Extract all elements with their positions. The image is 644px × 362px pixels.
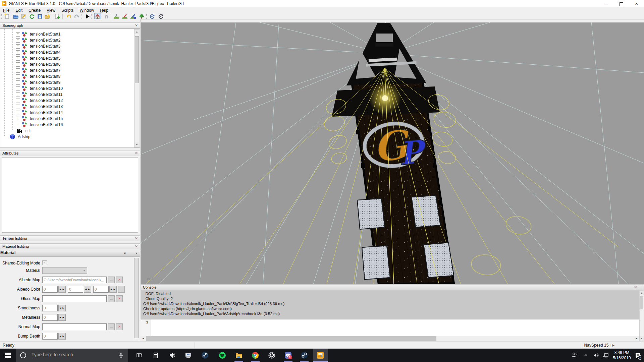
tree-node-tensionbeltstart8[interactable]: + tensionBeltStart8 bbox=[0, 73, 140, 79]
smoothness-input[interactable] bbox=[42, 305, 58, 311]
menu-scripts[interactable]: Scripts bbox=[58, 7, 77, 13]
browse-button[interactable]: ... bbox=[108, 323, 115, 330]
tree-node-tensionbeltstart5[interactable]: + tensionBeltStart5 bbox=[0, 55, 140, 61]
horizontal-scrollbar[interactable]: ◀ ▶ bbox=[141, 336, 639, 341]
console-vertical-scrollbar[interactable]: ▲ ▼ bbox=[639, 290, 644, 341]
scroll-thumb[interactable] bbox=[640, 296, 643, 309]
attributes-header[interactable]: Attributes ✕ bbox=[0, 150, 140, 156]
minimize-button[interactable]: — bbox=[599, 0, 614, 7]
normal-map-input[interactable] bbox=[42, 323, 107, 330]
filter-icon[interactable]: ▼ bbox=[123, 252, 126, 255]
clear-map-button[interactable]: ✕ bbox=[116, 295, 123, 302]
material-dropdown[interactable]: ▼ bbox=[42, 267, 87, 274]
metalness-input[interactable] bbox=[42, 314, 58, 321]
new-file-icon[interactable] bbox=[4, 13, 10, 19]
frame-home-icon[interactable] bbox=[95, 13, 101, 19]
expand-icon[interactable]: + bbox=[16, 93, 20, 97]
tree-node-tensionbeltstart13[interactable]: + tensionBeltStart13 bbox=[0, 104, 140, 110]
scroll-thumb[interactable] bbox=[135, 258, 139, 338]
scroll-up-icon[interactable]: ▲ bbox=[640, 291, 644, 295]
search-input[interactable] bbox=[31, 352, 109, 358]
terrain-paint-icon[interactable] bbox=[122, 13, 128, 19]
steam-icon[interactable] bbox=[300, 351, 308, 359]
taskbar-search[interactable] bbox=[16, 349, 128, 362]
scroll-right-icon[interactable]: ▶ bbox=[634, 336, 639, 341]
expand-icon[interactable]: + bbox=[16, 50, 20, 55]
gloss-map-input[interactable] bbox=[42, 295, 107, 302]
close-icon[interactable]: ✕ bbox=[135, 23, 138, 27]
menu-window[interactable]: Window bbox=[77, 7, 97, 13]
terrain-info-icon[interactable]: i bbox=[130, 13, 136, 19]
action-center-icon[interactable]: 4 bbox=[634, 352, 642, 360]
speaker-app-icon[interactable] bbox=[168, 351, 176, 359]
expand-icon[interactable]: + bbox=[16, 74, 20, 79]
tree-node-tensionbeltstart1[interactable]: + tensionBeltStart1 bbox=[0, 31, 140, 37]
import-add-icon[interactable] bbox=[54, 13, 60, 19]
expand-icon[interactable]: + bbox=[16, 44, 20, 49]
reload-scripts-icon[interactable] bbox=[149, 13, 155, 19]
material-editing-header[interactable]: Material Editing ✕ bbox=[0, 243, 140, 249]
material-section-bar[interactable]: Material ▼ ▲ bbox=[0, 250, 140, 257]
expand-icon[interactable]: + bbox=[16, 32, 20, 37]
reload-icon[interactable] bbox=[29, 13, 35, 19]
tree-node-tensionbeltstart15[interactable]: + tensionBeltStart15 bbox=[0, 116, 140, 122]
tree-node-tensionbeltstart6[interactable]: + tensionBeltStart6 bbox=[0, 61, 140, 67]
console-header[interactable]: Console ✕ bbox=[141, 284, 644, 290]
tree-node-tensionbeltstart9[interactable]: + tensionBeltStart9 bbox=[0, 79, 140, 85]
menu-view[interactable]: View bbox=[44, 7, 58, 13]
network-tray-icon[interactable] bbox=[602, 352, 610, 359]
color-picker-button[interactable]: ... bbox=[118, 286, 125, 293]
save-icon[interactable] bbox=[37, 13, 43, 19]
taskbar-clock[interactable]: 8:49 PM 5/16/2019 bbox=[611, 350, 633, 361]
shared-editing-checkbox[interactable]: ✓ bbox=[42, 260, 47, 265]
tree-node-edit-camera[interactable]: edit bbox=[0, 128, 140, 134]
calculator-icon[interactable] bbox=[152, 351, 160, 359]
expand-icon[interactable]: + bbox=[16, 38, 20, 43]
av-monitor-app-icon[interactable] bbox=[184, 351, 193, 359]
scroll-thumb[interactable] bbox=[146, 336, 436, 341]
expand-icon[interactable]: + bbox=[16, 56, 20, 61]
script-editor[interactable]: 1 bbox=[141, 319, 639, 336]
scroll-down-icon[interactable]: ▼ bbox=[135, 142, 139, 147]
scroll-up-icon[interactable]: ▲ bbox=[135, 29, 139, 34]
export-icon[interactable] bbox=[44, 13, 50, 19]
task-view-icon[interactable] bbox=[135, 351, 143, 359]
maximize-button[interactable] bbox=[614, 0, 629, 7]
browse-button[interactable]: ... bbox=[108, 295, 115, 302]
file-explorer-icon[interactable] bbox=[235, 351, 243, 359]
spinner-control[interactable]: ◀ ▶ bbox=[58, 314, 66, 321]
giants-editor-taskbar-icon[interactable] bbox=[316, 351, 324, 359]
tree-node-tensionbeltstart16[interactable]: + tensionBeltStart16 bbox=[0, 122, 140, 128]
foliage-tree-icon[interactable] bbox=[139, 13, 145, 19]
expand-icon[interactable]: + bbox=[16, 62, 20, 67]
menu-file[interactable]: File bbox=[0, 7, 12, 13]
close-icon[interactable]: ✕ bbox=[634, 285, 637, 289]
play-icon[interactable] bbox=[85, 13, 91, 19]
expand-icon[interactable]: + bbox=[16, 68, 20, 73]
close-icon[interactable]: ✕ bbox=[135, 244, 138, 248]
tree-node-tensionbeltstart10[interactable]: + tensionBeltStart10 bbox=[0, 85, 140, 92]
tree-node-tensionbeltstart2[interactable]: + tensionBeltStart2 bbox=[0, 37, 140, 43]
reload-shaders-icon[interactable] bbox=[158, 13, 164, 19]
volume-tray-icon[interactable] bbox=[592, 352, 600, 359]
undo-icon[interactable] bbox=[66, 13, 72, 19]
scroll-left-icon[interactable]: ◀ bbox=[141, 336, 146, 341]
tree-node-adstrip[interactable]: Adstrip bbox=[0, 134, 140, 140]
scroll-thumb[interactable] bbox=[135, 36, 139, 83]
scenegraph-tree[interactable]: + tensionBeltStart1 + tensionBeltStart2 … bbox=[0, 28, 140, 148]
steam-chat-icon[interactable] bbox=[201, 351, 209, 359]
albedo-b-input[interactable] bbox=[93, 286, 109, 293]
collapse-up-icon[interactable]: ▲ bbox=[135, 252, 138, 255]
tree-node-tensionbeltstart11[interactable]: + tensionBeltStart11 bbox=[0, 92, 140, 98]
scenegraph-header[interactable]: Scenegraph ✕ bbox=[0, 22, 140, 28]
albedo-r-input[interactable] bbox=[42, 286, 58, 293]
spinner-control[interactable]: ◀ ▶ bbox=[58, 286, 66, 293]
edit-notes-icon[interactable] bbox=[21, 13, 27, 19]
tree-node-tensionbeltstart12[interactable]: + tensionBeltStart12 bbox=[0, 98, 140, 104]
tree-node-tensionbeltstart14[interactable]: + tensionBeltStart14 bbox=[0, 110, 140, 116]
expand-icon[interactable]: + bbox=[16, 105, 20, 109]
scroll-down-icon[interactable]: ▼ bbox=[640, 336, 644, 341]
tree-node-tensionbeltstart7[interactable]: + tensionBeltStart7 bbox=[0, 67, 140, 73]
terrain-editing-header[interactable]: Terrain Editing ✕ bbox=[0, 235, 140, 241]
menu-edit[interactable]: Edit bbox=[12, 7, 25, 13]
